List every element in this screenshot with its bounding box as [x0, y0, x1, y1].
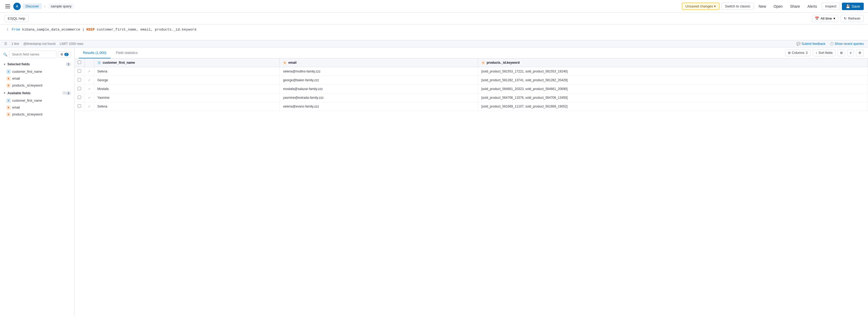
available-fields-label: Available fields [7, 91, 62, 95]
timestamp-info: @timestamp not found [23, 42, 56, 46]
esql-help-button[interactable]: ES|QL help [4, 15, 29, 22]
filter-count: 0 [64, 53, 69, 56]
filter-icon: ⚙ [60, 52, 63, 56]
field-name: products._id.keyword [12, 112, 42, 116]
feedback-link[interactable]: 💬 Submit feedback [797, 42, 825, 46]
chevron-down-icon: ▼ [3, 92, 6, 95]
breadcrumb-query[interactable]: sample query [48, 3, 74, 9]
keyword-keep: KEEP [86, 28, 95, 32]
row-customer-first-name: Selena [94, 67, 280, 76]
filter-button[interactable]: ⚙ 0 [58, 51, 71, 58]
available-fields-section: ▼ Available fields ⓘ 3 t customer_first_… [0, 89, 74, 118]
selected-fields-header[interactable]: ▼ Selected fields 3 [0, 60, 74, 68]
row-checkbox[interactable] [78, 96, 81, 99]
list-item[interactable]: k email [0, 104, 74, 111]
selected-fields-count: 3 [66, 62, 71, 66]
expand-icon[interactable]: ↗ [88, 96, 90, 99]
time-picker: 📅 All time ▾ ↻ Refresh [812, 15, 864, 22]
list-item[interactable]: k products._id.keyword [0, 82, 74, 89]
open-button[interactable]: Open [771, 3, 785, 10]
tab-results[interactable]: Results (1,000) [79, 47, 111, 59]
selected-fields-section: ▼ Selected fields 3 t customer_first_nam… [0, 60, 74, 89]
alerts-button[interactable]: Alerts [805, 3, 819, 10]
switch-to-classic-button[interactable]: Switch to classic [721, 3, 754, 10]
row-checkbox[interactable] [78, 78, 81, 81]
sort-fields-button[interactable]: ↕ Sort fields [813, 49, 836, 56]
row-email: selena@evans-family.zzz [280, 102, 478, 111]
table-row: ↗ Mostafa mostafa@salazar-family.zzz [so… [74, 85, 868, 94]
save-icon: 💾 [846, 4, 850, 8]
row-expand-cell: ↗ [85, 67, 94, 76]
col-type-badge-k: k [283, 61, 287, 65]
chevron-down-icon: ▾ [833, 16, 835, 21]
keyword-from: From [12, 28, 20, 32]
hamburger-icon[interactable] [4, 3, 11, 9]
th-products-id[interactable]: k products._id.keyword [478, 59, 868, 67]
row-email: mostafa@salazar-family.zzz [280, 85, 478, 94]
expand-icon[interactable]: ↗ [88, 70, 90, 73]
th-email[interactable]: k email [280, 59, 478, 67]
list-item[interactable]: t customer_first_name [0, 97, 74, 104]
row-checkbox-cell [74, 67, 85, 76]
query-line: 1 From kibana_sample_data_ecommerce | KE… [4, 28, 864, 32]
row-expand-cell: ↗ [85, 76, 94, 85]
sort-icon: ↕ [816, 51, 817, 55]
row-expand-cell: ↗ [85, 102, 94, 111]
row-checkbox[interactable] [78, 87, 81, 90]
row-checkbox[interactable] [78, 104, 81, 108]
list-item[interactable]: k products._id.keyword [0, 111, 74, 118]
list-item[interactable]: k email [0, 75, 74, 82]
new-button[interactable]: New [756, 3, 769, 10]
save-button[interactable]: 💾 Save [842, 3, 864, 10]
sidebar-search-area: 🔍 ⚙ 0 [0, 47, 74, 60]
field-name: customer_first_name [12, 99, 42, 102]
available-fields-info-icon: ⓘ [63, 91, 66, 95]
field-type-badge-t: t [6, 99, 11, 103]
expand-icon[interactable]: ↗ [88, 78, 90, 82]
expand-icon[interactable]: ↗ [88, 87, 90, 91]
table-header-row: t customer_first_name k email [74, 59, 868, 67]
row-products: [sold_product_561669_11107, sold_product… [478, 102, 868, 111]
row-customer-first-name: Selena [94, 102, 280, 111]
table-row: ↗ Selena selena@mullins-family.zzz [sold… [74, 67, 868, 76]
calendar-icon-button[interactable]: 📅 All time ▾ [812, 15, 838, 22]
sidebar-toggle-icon[interactable]: ☰ [4, 42, 7, 46]
table-container: t customer_first_name k email [74, 59, 868, 316]
row-email: yasmine@estrada-family.zzz [280, 94, 478, 102]
th-customer-first-name[interactable]: t customer_first_name [94, 59, 280, 67]
field-type-badge-k: k [6, 105, 11, 110]
query-content: From kibana_sample_data_ecommerce | KEEP… [12, 28, 196, 32]
row-expand-cell: ↗ [85, 85, 94, 94]
list-item[interactable]: t customer_first_name [0, 68, 74, 75]
select-all-checkbox[interactable] [78, 61, 81, 64]
row-customer-first-name: Yasmine [94, 94, 280, 102]
row-email: selena@mullins-family.zzz [280, 67, 478, 76]
share-button[interactable]: Share [787, 3, 803, 10]
refresh-button[interactable]: ↻ Refresh [840, 15, 864, 22]
top-nav: A Discover › sample query Unsaved change… [0, 0, 868, 13]
available-fields-header[interactable]: ▼ Available fields ⓘ 3 [0, 89, 74, 97]
row-customer-first-name: George [94, 76, 280, 85]
grid-view-button[interactable]: ⊞ [838, 49, 845, 56]
expand-icon[interactable]: ↗ [88, 105, 90, 108]
inspect-button[interactable]: Inspect [822, 3, 840, 10]
field-name: products._id.keyword [12, 83, 42, 87]
query-editor[interactable]: 1 From kibana_sample_data_ecommerce | KE… [0, 25, 868, 40]
row-email: george@baker-family.zzz [280, 76, 478, 85]
row-checkbox-cell [74, 102, 85, 111]
columns-button[interactable]: ⊞ Columns 3 [785, 49, 811, 56]
avatar: A [13, 3, 21, 10]
settings-button[interactable]: ⚙ [856, 49, 864, 56]
breadcrumb-discover[interactable]: Discover [23, 3, 42, 9]
refresh-icon: ↻ [844, 16, 847, 21]
columns-count-badge: 3 [806, 51, 808, 55]
calendar-icon: 📅 [815, 16, 819, 21]
columns-icon: ⊞ [788, 51, 790, 55]
search-input[interactable] [9, 51, 56, 58]
row-checkbox[interactable] [78, 69, 81, 73]
unsaved-changes-button[interactable]: Unsaved changes ▾ [682, 3, 719, 10]
list-view-button[interactable]: ≡ [847, 49, 854, 56]
recent-queries-link[interactable]: 🕐 Show recent queries [830, 42, 864, 46]
tab-field-statistics[interactable]: Field statistics [112, 47, 142, 59]
breadcrumb-separator: › [44, 4, 45, 8]
